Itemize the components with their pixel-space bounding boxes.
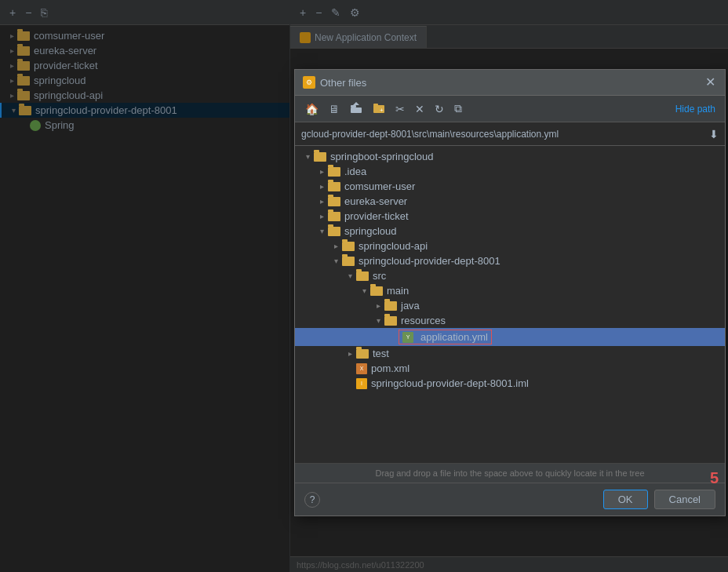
modal-tree-item[interactable]: ▸provider-ticket [295, 209, 725, 224]
folder-arrow: ▾ [301, 152, 314, 161]
modal-item-label: springcloud [344, 225, 397, 237]
modal-item-label: springcloud-provider-dept-8001 [359, 255, 500, 267]
selected-file-box: Yapplication.yml [399, 330, 492, 344]
folder-icon [384, 301, 397, 311]
help-button[interactable]: ? [304, 492, 320, 508]
file-tree-content[interactable]: ▾springboot-springcloud▸.idea▸comsumer-u… [295, 146, 725, 463]
modal-item-label: springcloud-provider-dept-8001.iml [371, 377, 529, 389]
modal-header: ⚙ Other files ✕ [295, 70, 725, 96]
modal-item-label: eureka-server [344, 195, 407, 207]
yaml-icon: Y [402, 332, 413, 343]
folder-icon [356, 271, 369, 281]
modal-item-label: main [387, 285, 409, 297]
modal-item-label: test [373, 348, 389, 359]
new-folder-button[interactable]: + [369, 99, 389, 118]
modal-tree-item[interactable]: Xpom.xml [295, 361, 725, 376]
modal-close-button[interactable]: ✕ [704, 76, 717, 89]
number-badge: 5 [710, 469, 719, 487]
refresh-button[interactable]: ↻ [431, 100, 448, 118]
folder-icon [328, 227, 340, 236]
svg-text:+: + [380, 107, 384, 114]
folder-icon [342, 242, 355, 251]
modal-tree-item[interactable]: ▸springcloud-api [295, 239, 725, 253]
folder-up-button[interactable] [346, 99, 366, 118]
modal-item-label: application.yml [420, 331, 488, 343]
modal-tree-item[interactable]: ▾src [295, 268, 725, 283]
svg-marker-2 [353, 102, 359, 105]
folder-arrow: ▸ [315, 212, 328, 220]
folder-icon [314, 152, 326, 162]
hide-path-button[interactable]: Hide path [672, 102, 719, 116]
cancel-button[interactable]: Cancel [654, 490, 715, 509]
modal-tree-item[interactable]: ▸.idea [295, 164, 725, 179]
modal-tree-item[interactable]: Ispringcloud-provider-dept-8001.iml [295, 376, 725, 391]
modal-item-label: pom.xml [371, 363, 410, 374]
folder-icon [328, 167, 340, 177]
svg-rect-1 [351, 105, 356, 107]
modal-tree-item[interactable]: ▸java [295, 298, 725, 313]
modal-tree-item[interactable]: ▾main [295, 283, 725, 298]
modal-item-label: springcloud-api [359, 240, 428, 252]
ok-button[interactable]: OK [603, 490, 648, 509]
cut-button[interactable]: ✂ [391, 100, 409, 118]
modal-tree-item[interactable]: ▾resources [295, 313, 725, 328]
folder-arrow: ▾ [315, 227, 328, 235]
modal-item-label: .idea [344, 166, 366, 177]
modal-tree-item[interactable]: Yapplication.yml [295, 328, 725, 346]
copy2-button[interactable]: ⧉ [450, 100, 466, 118]
svg-rect-0 [351, 107, 362, 113]
path-download-button[interactable]: ⬇ [709, 128, 719, 140]
folder-icon [384, 316, 397, 326]
folder-arrow: ▾ [372, 316, 384, 325]
home-button[interactable]: 🏠 [301, 100, 322, 118]
modal-tree-item[interactable]: ▸eureka-server [295, 194, 725, 209]
folder-arrow: ▸ [329, 242, 342, 250]
folder-icon [356, 349, 369, 359]
modal-tree-item[interactable]: ▾springcloud [295, 224, 725, 239]
xml-icon: X [356, 363, 367, 374]
modal-item-label: resources [401, 315, 446, 326]
svg-rect-4 [373, 104, 378, 106]
folder-icon [370, 286, 383, 296]
modal-item-label: comsumer-user [344, 180, 415, 192]
modal-title-icon: ⚙ [303, 76, 315, 89]
modal-toolbar: 🏠 🖥 + ✂ ✕ ↻ ⧉ Hide path [295, 96, 725, 122]
drag-hint: Drag and drop a file into the space abov… [295, 463, 725, 483]
modal-item-label: springboot-springcloud [330, 151, 434, 162]
delete-button[interactable]: ✕ [411, 100, 428, 118]
folder-icon [342, 257, 355, 266]
modal-item-label: provider-ticket [344, 210, 409, 222]
folder-icon [328, 212, 340, 221]
other-files-modal: ⚙ Other files ✕ 🏠 🖥 + ✂ ✕ ↻ ⧉ Hide path … [294, 69, 726, 516]
folder-arrow: ▸ [315, 197, 328, 206]
modal-tree-item[interactable]: ▸comsumer-user [295, 179, 725, 194]
modal-tree-item[interactable]: ▾springcloud-provider-dept-8001 [295, 253, 725, 268]
folder-icon [328, 197, 340, 206]
folder-arrow: ▸ [372, 301, 384, 310]
folder-arrow: ▾ [329, 257, 342, 265]
folder-arrow: ▸ [344, 349, 356, 358]
folder-arrow: ▾ [358, 286, 370, 295]
modal-tree-item[interactable]: ▾springboot-springcloud [295, 149, 725, 164]
folder-icon [328, 182, 340, 191]
modal-footer: ? OK Cancel [295, 483, 725, 516]
path-bar: gcloud-provider-dept-8001\src\main\resou… [295, 122, 725, 146]
folder-arrow: ▸ [315, 182, 328, 191]
modal-tree-item[interactable]: ▸test [295, 346, 725, 361]
folder-arrow: ▸ [315, 167, 328, 176]
modal-item-label: java [401, 300, 420, 312]
folder-arrow: ▾ [344, 271, 356, 280]
monitor-button[interactable]: 🖥 [325, 100, 344, 118]
iml-icon: I [356, 378, 367, 389]
path-text: gcloud-provider-dept-8001\src\main\resou… [301, 129, 706, 140]
modal-item-label: src [373, 270, 386, 282]
modal-title: Other files [320, 77, 699, 89]
